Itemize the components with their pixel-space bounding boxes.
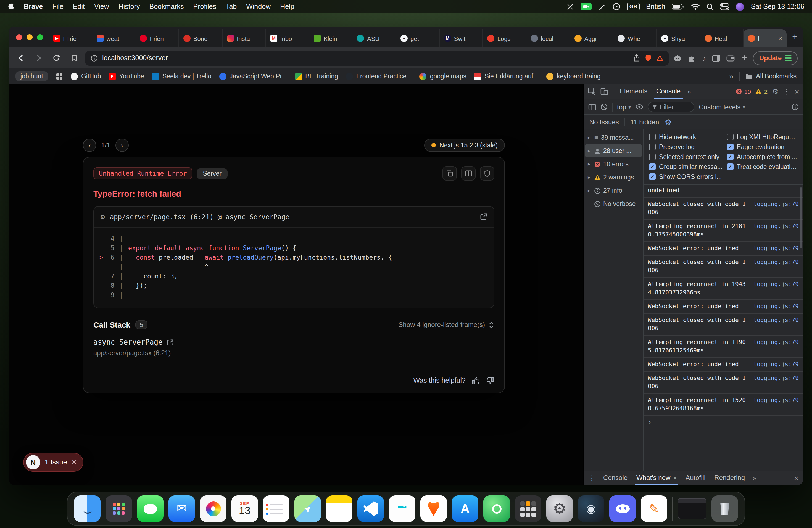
toolbar-info-icon[interactable] (792, 103, 799, 111)
source-link[interactable]: logging.js:79 (753, 374, 799, 391)
browser-tab[interactable]: Klein (309, 29, 353, 47)
calendar-icon[interactable]: SEP13 (231, 495, 258, 522)
disclosure-triangle-icon[interactable]: ▸ (588, 135, 592, 140)
wallet-icon[interactable] (727, 54, 735, 62)
mail-icon[interactable] (169, 495, 195, 522)
disclosure-triangle-icon[interactable]: ▸ (588, 148, 592, 153)
thumbs-down-button[interactable] (486, 377, 494, 385)
browser-tab[interactable]: Logs (483, 29, 526, 47)
console-filter[interactable] (648, 102, 694, 112)
console-message[interactable]: WebSocket error: undefinedlogging.js:79 (643, 357, 803, 371)
clear-console-icon[interactable] (600, 103, 608, 111)
devtools-settings-icon[interactable]: ⚙ (772, 87, 778, 96)
nextjs-dev-indicator[interactable]: N 1 Issue ✕ (23, 453, 84, 472)
unchecked-checkbox-icon[interactable] (649, 134, 656, 140)
bookmark-item[interactable]: Seela dev | Trello (152, 73, 211, 80)
brave-rewards-icon[interactable] (656, 54, 663, 62)
apple-menu-icon[interactable] (8, 3, 14, 11)
address-bar[interactable]: localhost:3000/server (85, 50, 669, 65)
puzzle-extensions-icon[interactable] (688, 54, 696, 62)
console-setting[interactable]: Preserve log (649, 144, 723, 150)
forward-button[interactable] (32, 52, 45, 64)
thumbs-up-button[interactable] (472, 377, 480, 385)
live-expression-eye-icon[interactable] (635, 104, 643, 110)
source-link[interactable]: logging.js:79 (753, 302, 799, 310)
bookmark-item[interactable]: JavaScript Web Pr... (219, 73, 287, 80)
console-message[interactable]: WebSocket closed with code 1006logging.j… (643, 255, 803, 277)
console-message[interactable]: Attempting reconnect in 15200.6759326481… (643, 393, 803, 415)
nextjs-logo[interactable]: N (26, 455, 40, 469)
nextjs-version-badge[interactable]: Next.js 15.2.3 (stale) (424, 138, 505, 152)
browser-tab[interactable]: Bone (179, 29, 222, 47)
console-filter-verbose[interactable]: No verbose (585, 197, 642, 210)
rewards-sparkle-icon[interactable] (741, 54, 749, 62)
drawer-tab-rendering[interactable]: Rendering (713, 471, 746, 485)
bookmark-item[interactable]: google maps (420, 73, 466, 80)
console-filter-info[interactable]: ▸27 info (585, 184, 642, 197)
bookmark-item[interactable]: keyboard traing (546, 73, 601, 80)
bookmarks-overflow-chevron[interactable]: » (729, 72, 733, 80)
unchecked-checkbox-icon[interactable] (727, 134, 733, 140)
console-settings-gear-icon[interactable]: ⚙ (665, 117, 671, 126)
browser-tab[interactable]: MSwit (440, 29, 483, 47)
source-link[interactable]: logging.js:79 (753, 200, 799, 217)
browser-tab[interactable]: local (526, 29, 570, 47)
console-filter-error[interactable]: ▸10 errors (585, 157, 642, 171)
url-text[interactable]: localhost:3000/server (102, 54, 628, 62)
play-record-icon[interactable] (613, 3, 621, 11)
sidebar-toggle-icon[interactable] (712, 54, 721, 62)
console-prompt[interactable]: › (643, 415, 803, 428)
maps-icon[interactable] (294, 495, 321, 522)
discord-icon[interactable] (609, 495, 636, 522)
console-setting[interactable]: Hide network (649, 134, 723, 140)
drawer-tab-autofill[interactable]: Autofill (684, 471, 707, 485)
zed-icon[interactable] (641, 495, 667, 522)
source-link[interactable]: logging.js:79 (753, 222, 799, 239)
browser-menu-icon[interactable] (785, 55, 792, 61)
unchecked-checkbox-icon[interactable] (649, 144, 656, 150)
devtools-kebab-icon[interactable]: ⋮ (783, 87, 790, 96)
browser-tab[interactable]: weat (92, 29, 135, 47)
extension-ai-icon[interactable] (673, 54, 682, 62)
close-devtools-icon[interactable]: × (794, 87, 799, 96)
control-center-icon[interactable] (721, 3, 729, 10)
console-message[interactable]: Attempting reconnect in 21810.3757450003… (643, 219, 803, 241)
console-message[interactable]: Attempting reconnect in 11905.8176613254… (643, 335, 803, 357)
close-drawer-tab-icon[interactable]: × (673, 474, 677, 481)
console-message[interactable]: WebSocket closed with code 1006logging.j… (643, 197, 803, 219)
drawer-tab-console[interactable]: Console (602, 471, 628, 485)
no-issues-label[interactable]: No Issues (590, 118, 619, 126)
browser-tab[interactable]: MInbo (266, 29, 309, 47)
scrollbar-thumb[interactable] (800, 187, 802, 248)
close-drawer-icon[interactable]: × (794, 473, 799, 483)
console-setting[interactable]: Log XMLHttpReques... (727, 134, 798, 140)
menu-app-name[interactable]: Brave (24, 3, 43, 11)
warning-count-badge[interactable]: 2 (755, 88, 768, 95)
hidden-messages-label[interactable]: 11 hidden (630, 118, 659, 126)
menu-window[interactable]: Window (246, 3, 271, 11)
disclosure-triangle-icon[interactable]: ▸ (588, 188, 592, 193)
menu-profiles[interactable]: Profiles (193, 3, 216, 11)
menu-bookmarks[interactable]: Bookmarks (149, 3, 184, 11)
console-setting[interactable]: Selected context only (649, 153, 723, 160)
bookmark-ribbon-icon[interactable] (68, 52, 81, 64)
console-filter-warning[interactable]: ▸2 warnings (585, 171, 642, 184)
app-store-icon[interactable] (452, 495, 478, 522)
bookmark-item[interactable]: BE Training (295, 73, 338, 80)
calculator-icon[interactable] (515, 495, 541, 522)
source-link[interactable]: logging.js:79 (753, 338, 799, 355)
report-shield-button[interactable] (480, 166, 494, 180)
brave-icon[interactable] (420, 495, 447, 522)
next-error-button[interactable]: › (115, 138, 128, 152)
minimize-window-button[interactable] (27, 34, 33, 40)
menu-avatar[interactable] (736, 2, 744, 11)
browser-tab[interactable]: Whe (613, 29, 657, 47)
dismiss-issues-icon[interactable]: ✕ (72, 458, 77, 466)
console-message[interactable]: WebSocket error: undefinedlogging.js:79 (643, 241, 803, 255)
log-levels-selector[interactable]: Custom levels ▾ (699, 103, 745, 111)
inspect-element-icon[interactable] (588, 87, 596, 96)
menu-history[interactable]: History (118, 3, 140, 11)
vscode-icon[interactable] (358, 495, 384, 522)
chatgpt-icon[interactable] (483, 495, 510, 522)
brave-shield-icon[interactable] (644, 54, 652, 62)
